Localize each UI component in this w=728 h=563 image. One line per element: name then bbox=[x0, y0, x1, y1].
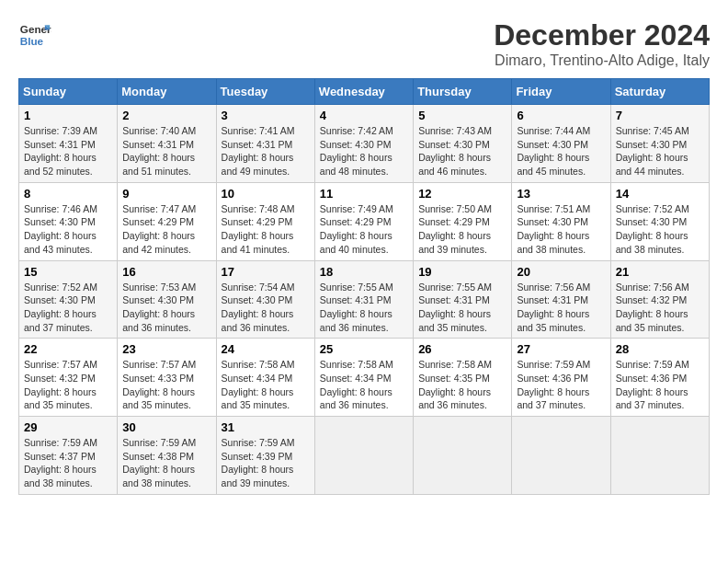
day-number: 15 bbox=[24, 265, 112, 279]
day-info: Sunrise: 7:45 AMSunset: 4:30 PMDaylight:… bbox=[616, 125, 689, 177]
sub-title: Dimaro, Trentino-Alto Adige, Italy bbox=[494, 52, 710, 69]
day-number: 2 bbox=[122, 109, 210, 122]
day-info: Sunrise: 7:58 AMSunset: 4:35 PMDaylight:… bbox=[418, 359, 492, 410]
calendar-cell: 6Sunrise: 7:44 AMSunset: 4:30 PMDaylight… bbox=[512, 105, 610, 183]
main-title: December 2024 bbox=[494, 18, 710, 52]
day-info: Sunrise: 7:55 AMSunset: 4:31 PMDaylight:… bbox=[418, 282, 492, 333]
day-number: 10 bbox=[222, 187, 310, 201]
day-number: 7 bbox=[616, 109, 704, 122]
header-wednesday: Wednesday bbox=[314, 79, 413, 105]
day-info: Sunrise: 7:53 AMSunset: 4:30 PMDaylight:… bbox=[122, 282, 196, 333]
calendar-cell bbox=[610, 417, 709, 495]
day-info: Sunrise: 7:59 AMSunset: 4:38 PMDaylight:… bbox=[122, 437, 196, 488]
day-info: Sunrise: 7:48 AMSunset: 4:29 PMDaylight:… bbox=[222, 203, 295, 255]
day-number: 17 bbox=[222, 265, 310, 279]
header-tuesday: Tuesday bbox=[216, 79, 314, 105]
calendar-cell: 18Sunrise: 7:55 AMSunset: 4:31 PMDayligh… bbox=[314, 260, 413, 339]
day-info: Sunrise: 7:59 AMSunset: 4:36 PMDaylight:… bbox=[616, 359, 689, 410]
day-number: 9 bbox=[122, 187, 210, 201]
day-number: 14 bbox=[616, 187, 704, 201]
calendar-cell bbox=[314, 417, 413, 495]
day-info: Sunrise: 7:57 AMSunset: 4:33 PMDaylight:… bbox=[122, 359, 196, 410]
day-number: 16 bbox=[122, 265, 210, 279]
week-row-0: 1Sunrise: 7:39 AMSunset: 4:31 PMDaylight… bbox=[19, 105, 710, 183]
day-info: Sunrise: 7:59 AMSunset: 4:37 PMDaylight:… bbox=[24, 437, 97, 488]
calendar-cell: 28Sunrise: 7:59 AMSunset: 4:36 PMDayligh… bbox=[610, 339, 709, 417]
calendar-cell: 5Sunrise: 7:43 AMSunset: 4:30 PMDaylight… bbox=[414, 105, 512, 183]
week-row-3: 22Sunrise: 7:57 AMSunset: 4:32 PMDayligh… bbox=[19, 339, 710, 417]
day-info: Sunrise: 7:55 AMSunset: 4:31 PMDaylight:… bbox=[320, 282, 393, 333]
day-number: 23 bbox=[122, 342, 210, 356]
day-info: Sunrise: 7:44 AMSunset: 4:30 PMDaylight:… bbox=[517, 125, 590, 177]
calendar-cell: 4Sunrise: 7:42 AMSunset: 4:30 PMDaylight… bbox=[314, 105, 413, 183]
day-number: 30 bbox=[122, 420, 210, 434]
header-sunday: Sunday bbox=[19, 79, 118, 105]
day-info: Sunrise: 7:50 AMSunset: 4:29 PMDaylight:… bbox=[418, 203, 492, 255]
day-info: Sunrise: 7:54 AMSunset: 4:30 PMDaylight:… bbox=[222, 282, 295, 333]
calendar-table: SundayMondayTuesdayWednesdayThursdayFrid… bbox=[18, 78, 710, 495]
calendar-cell bbox=[512, 417, 610, 495]
calendar-cell: 9Sunrise: 7:47 AMSunset: 4:29 PMDaylight… bbox=[118, 182, 216, 260]
logo: General Blue bbox=[18, 18, 51, 52]
day-number: 31 bbox=[222, 420, 310, 434]
day-info: Sunrise: 7:52 AMSunset: 4:30 PMDaylight:… bbox=[616, 203, 689, 255]
day-number: 20 bbox=[517, 265, 605, 279]
day-info: Sunrise: 7:58 AMSunset: 4:34 PMDaylight:… bbox=[320, 359, 393, 410]
day-number: 1 bbox=[24, 109, 112, 122]
calendar-cell: 19Sunrise: 7:55 AMSunset: 4:31 PMDayligh… bbox=[414, 260, 512, 339]
page-header: General Blue December 2024 Dimaro, Trent… bbox=[18, 18, 710, 69]
day-number: 19 bbox=[418, 265, 506, 279]
calendar-cell: 22Sunrise: 7:57 AMSunset: 4:32 PMDayligh… bbox=[19, 339, 118, 417]
day-info: Sunrise: 7:46 AMSunset: 4:30 PMDaylight:… bbox=[24, 203, 97, 255]
calendar-cell: 15Sunrise: 7:52 AMSunset: 4:30 PMDayligh… bbox=[19, 260, 118, 339]
day-number: 8 bbox=[24, 187, 112, 201]
day-info: Sunrise: 7:59 AMSunset: 4:36 PMDaylight:… bbox=[517, 359, 590, 410]
calendar-cell: 25Sunrise: 7:58 AMSunset: 4:34 PMDayligh… bbox=[314, 339, 413, 417]
calendar-cell: 24Sunrise: 7:58 AMSunset: 4:34 PMDayligh… bbox=[216, 339, 314, 417]
calendar-cell: 26Sunrise: 7:58 AMSunset: 4:35 PMDayligh… bbox=[414, 339, 512, 417]
day-info: Sunrise: 7:47 AMSunset: 4:29 PMDaylight:… bbox=[122, 203, 196, 255]
calendar-cell bbox=[414, 417, 512, 495]
calendar-header-row: SundayMondayTuesdayWednesdayThursdayFrid… bbox=[19, 79, 710, 105]
day-info: Sunrise: 7:59 AMSunset: 4:39 PMDaylight:… bbox=[222, 437, 295, 488]
week-row-2: 15Sunrise: 7:52 AMSunset: 4:30 PMDayligh… bbox=[19, 260, 710, 339]
day-info: Sunrise: 7:41 AMSunset: 4:31 PMDaylight:… bbox=[222, 125, 295, 177]
day-number: 4 bbox=[320, 109, 408, 122]
day-info: Sunrise: 7:56 AMSunset: 4:32 PMDaylight:… bbox=[616, 282, 689, 333]
header-thursday: Thursday bbox=[414, 79, 512, 105]
calendar-cell: 12Sunrise: 7:50 AMSunset: 4:29 PMDayligh… bbox=[414, 182, 512, 260]
calendar-cell: 3Sunrise: 7:41 AMSunset: 4:31 PMDaylight… bbox=[216, 105, 314, 183]
calendar-cell: 14Sunrise: 7:52 AMSunset: 4:30 PMDayligh… bbox=[610, 182, 709, 260]
day-number: 11 bbox=[320, 187, 408, 201]
calendar-cell: 27Sunrise: 7:59 AMSunset: 4:36 PMDayligh… bbox=[512, 339, 610, 417]
day-number: 6 bbox=[517, 109, 605, 122]
day-number: 24 bbox=[222, 342, 310, 356]
day-info: Sunrise: 7:56 AMSunset: 4:31 PMDaylight:… bbox=[517, 282, 590, 333]
calendar-cell: 16Sunrise: 7:53 AMSunset: 4:30 PMDayligh… bbox=[118, 260, 216, 339]
calendar-cell: 1Sunrise: 7:39 AMSunset: 4:31 PMDaylight… bbox=[19, 105, 118, 183]
day-info: Sunrise: 7:40 AMSunset: 4:31 PMDaylight:… bbox=[122, 125, 196, 177]
title-block: December 2024 Dimaro, Trentino-Alto Adig… bbox=[494, 18, 710, 69]
day-info: Sunrise: 7:58 AMSunset: 4:34 PMDaylight:… bbox=[222, 359, 295, 410]
day-number: 26 bbox=[418, 342, 506, 356]
calendar-cell: 17Sunrise: 7:54 AMSunset: 4:30 PMDayligh… bbox=[216, 260, 314, 339]
day-info: Sunrise: 7:39 AMSunset: 4:31 PMDaylight:… bbox=[24, 125, 97, 177]
day-info: Sunrise: 7:57 AMSunset: 4:32 PMDaylight:… bbox=[24, 359, 97, 410]
day-info: Sunrise: 7:42 AMSunset: 4:30 PMDaylight:… bbox=[320, 125, 393, 177]
calendar-cell: 20Sunrise: 7:56 AMSunset: 4:31 PMDayligh… bbox=[512, 260, 610, 339]
calendar-cell: 8Sunrise: 7:46 AMSunset: 4:30 PMDaylight… bbox=[19, 182, 118, 260]
day-info: Sunrise: 7:51 AMSunset: 4:30 PMDaylight:… bbox=[517, 203, 590, 255]
logo-icon: General Blue bbox=[18, 18, 51, 52]
day-number: 12 bbox=[418, 187, 506, 201]
calendar-cell: 29Sunrise: 7:59 AMSunset: 4:37 PMDayligh… bbox=[19, 417, 118, 495]
calendar-cell: 23Sunrise: 7:57 AMSunset: 4:33 PMDayligh… bbox=[118, 339, 216, 417]
header-monday: Monday bbox=[118, 79, 216, 105]
calendar-cell: 21Sunrise: 7:56 AMSunset: 4:32 PMDayligh… bbox=[610, 260, 709, 339]
day-number: 22 bbox=[24, 342, 112, 356]
calendar-cell: 13Sunrise: 7:51 AMSunset: 4:30 PMDayligh… bbox=[512, 182, 610, 260]
calendar-cell: 7Sunrise: 7:45 AMSunset: 4:30 PMDaylight… bbox=[610, 105, 709, 183]
calendar-cell: 30Sunrise: 7:59 AMSunset: 4:38 PMDayligh… bbox=[118, 417, 216, 495]
day-number: 21 bbox=[616, 265, 704, 279]
day-info: Sunrise: 7:52 AMSunset: 4:30 PMDaylight:… bbox=[24, 282, 97, 333]
day-number: 13 bbox=[517, 187, 605, 201]
